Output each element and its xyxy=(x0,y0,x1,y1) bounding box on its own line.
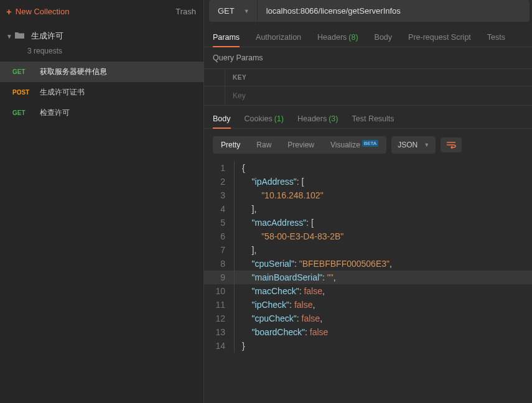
collection-name: 生成许可 xyxy=(31,30,63,42)
code-line: 14} xyxy=(204,339,532,353)
request-method: GET xyxy=(12,68,32,75)
code-content: "cpuSerial": "BFEBFBFF000506E3", xyxy=(234,257,532,271)
collection-subtitle: 3 requests xyxy=(27,47,203,55)
resp-tab-headers[interactable]: Headers(3) xyxy=(297,114,338,128)
tab-headers[interactable]: Headers(8) xyxy=(317,33,358,47)
caret-down-icon: ▼ xyxy=(6,33,11,40)
format-select[interactable]: JSON ▼ xyxy=(391,136,436,154)
code-line: 6 "58-00-E3-D4-83-2B" xyxy=(204,229,532,243)
code-content: "cpuCheck": false, xyxy=(234,312,532,325)
beta-badge: BETA xyxy=(362,140,378,147)
code-line: 12 "cpuCheck": false, xyxy=(204,312,532,325)
code-content: "mainBoardSerial": "", xyxy=(234,271,532,284)
collection-header[interactable]: ▼ 生成许可 xyxy=(0,27,203,45)
response-body[interactable]: 1{2 "ipAddress": [3 "10.16.248.102"4 ],5… xyxy=(204,161,532,353)
url-input[interactable]: localhost:8066/license/getServerInfos xyxy=(258,0,530,22)
caret-down-icon: ▼ xyxy=(244,8,250,14)
tab-tests[interactable]: Tests xyxy=(487,33,505,47)
code-content: "10.16.248.102" xyxy=(234,188,532,202)
code-content: "58-00-E3-D4-83-2B" xyxy=(234,229,532,243)
request-label: 获取服务器硬件信息 xyxy=(40,67,107,77)
resp-tab-body[interactable]: Body xyxy=(213,114,231,128)
params-table-header: KEY xyxy=(204,68,532,86)
code-content: ], xyxy=(234,202,532,216)
line-number: 10 xyxy=(204,284,234,298)
code-content: ], xyxy=(234,243,532,257)
line-number: 1 xyxy=(204,161,234,175)
params-checkbox-col xyxy=(204,69,225,86)
view-visualize[interactable]: VisualizeBETA xyxy=(322,136,386,154)
new-collection-button[interactable]: + New Collection xyxy=(6,6,69,17)
line-number: 6 xyxy=(204,229,234,243)
request-label: 检查许可 xyxy=(40,108,70,118)
line-number: 14 xyxy=(204,339,234,353)
code-line: 7 ], xyxy=(204,243,532,257)
resp-tab-test-results[interactable]: Test Results xyxy=(352,114,394,128)
tab-authorization[interactable]: Authorization xyxy=(256,33,301,47)
view-raw[interactable]: Raw xyxy=(248,136,279,154)
wrap-lines-button[interactable] xyxy=(441,137,462,152)
params-row[interactable]: Key xyxy=(204,86,532,106)
code-content: { xyxy=(234,161,532,175)
tab-params[interactable]: Params xyxy=(213,33,240,47)
request-method: GET xyxy=(12,109,32,116)
request-label: 生成许可证书 xyxy=(40,87,85,98)
line-number: 3 xyxy=(204,188,234,202)
request-item[interactable]: GET检查许可 xyxy=(0,103,203,123)
line-number: 13 xyxy=(204,325,234,339)
line-number: 8 xyxy=(204,257,234,271)
code-line: 13 "boardCheck": false xyxy=(204,325,532,339)
resp-tab-cookies[interactable]: Cookies(1) xyxy=(245,114,284,128)
line-number: 7 xyxy=(204,243,234,257)
code-line: 1{ xyxy=(204,161,532,175)
view-tabs: Pretty Raw Preview VisualizeBETA xyxy=(213,136,386,154)
request-item[interactable]: POST生成许可证书 xyxy=(0,82,203,103)
code-content: "boardCheck": false xyxy=(234,325,532,339)
line-number: 11 xyxy=(204,298,234,312)
sidebar: + New Collection Trash ▼ 生成许可 3 requests… xyxy=(0,0,204,403)
code-line: 2 "ipAddress": [ xyxy=(204,175,532,188)
request-list: GET获取服务器硬件信息POST生成许可证书GET检查许可 xyxy=(0,62,203,123)
caret-down-icon: ▼ xyxy=(424,142,429,148)
line-number: 9 xyxy=(204,271,234,284)
line-number: 2 xyxy=(204,175,234,188)
params-table: KEY Key xyxy=(204,68,532,106)
tab-body[interactable]: Body xyxy=(375,33,393,47)
new-collection-label: New Collection xyxy=(16,7,70,16)
query-params-title: Query Params xyxy=(204,47,532,65)
main-panel: GET ▼ localhost:8066/license/getServerIn… xyxy=(204,0,532,403)
code-content: "ipAddress": [ xyxy=(234,175,532,188)
params-key-input[interactable]: Key xyxy=(225,86,253,105)
code-line: 4 ], xyxy=(204,202,532,216)
code-line: 5 "macAddress": [ xyxy=(204,216,532,229)
code-content: "ipCheck": false, xyxy=(234,298,532,312)
code-line: 8 "cpuSerial": "BFEBFBFF000506E3", xyxy=(204,257,532,271)
view-pretty[interactable]: Pretty xyxy=(213,136,248,154)
plus-icon: + xyxy=(6,6,12,17)
params-key-header: KEY xyxy=(225,69,254,86)
request-item[interactable]: GET获取服务器硬件信息 xyxy=(0,62,203,82)
method-value: GET xyxy=(218,6,235,16)
code-line: 10 "macCheck": false, xyxy=(204,284,532,298)
tab-pre-request[interactable]: Pre-request Script xyxy=(408,33,471,47)
code-line: 3 "10.16.248.102" xyxy=(204,188,532,202)
code-line: 11 "ipCheck": false, xyxy=(204,298,532,312)
trash-button[interactable]: Trash xyxy=(175,7,196,16)
code-content: "macCheck": false, xyxy=(234,284,532,298)
code-line: 9 "mainBoardSerial": "", xyxy=(204,271,532,284)
response-tabs: Body Cookies(1) Headers(3) Test Results xyxy=(204,106,532,129)
request-tabs: Params Authorization Headers(8) Body Pre… xyxy=(204,22,532,47)
url-bar: GET ▼ localhost:8066/license/getServerIn… xyxy=(207,0,530,22)
line-number: 4 xyxy=(204,202,234,216)
params-row-handle xyxy=(204,86,225,105)
line-number: 12 xyxy=(204,312,234,325)
view-preview[interactable]: Preview xyxy=(279,136,322,154)
code-content: } xyxy=(234,339,532,353)
method-select[interactable]: GET ▼ xyxy=(209,0,257,22)
line-number: 5 xyxy=(204,216,234,229)
sidebar-header: + New Collection Trash xyxy=(0,0,203,23)
collection: ▼ 生成许可 3 requests xyxy=(0,23,203,62)
view-controls: Pretty Raw Preview VisualizeBETA JSON ▼ xyxy=(204,129,532,161)
wrap-icon xyxy=(446,141,456,149)
request-method: POST xyxy=(12,89,32,96)
